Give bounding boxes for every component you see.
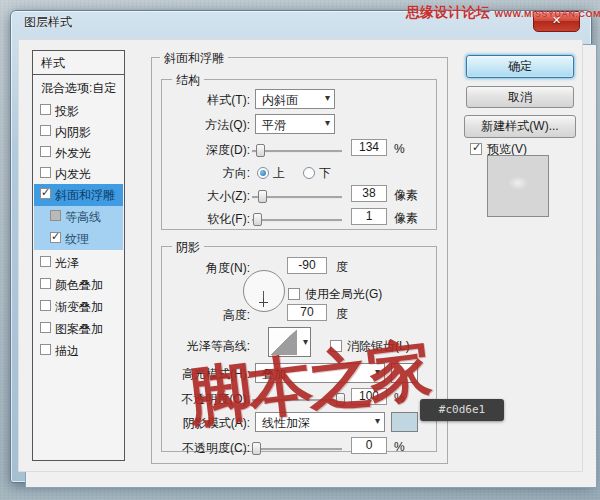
size-input[interactable]: 38 [351, 185, 387, 202]
sidebar-item-gradient-overlay[interactable]: 渐变叠加 [34, 296, 123, 317]
preview-checkbox[interactable] [470, 143, 482, 155]
highlight-mode-dropdown[interactable]: 叠加 [255, 363, 385, 383]
anti-aliased-label: 消除锯齿(L) [347, 338, 410, 354]
contour-checkbox[interactable] [50, 210, 61, 221]
stroke-checkbox[interactable] [40, 344, 51, 355]
direction-up-label: 上 [273, 165, 285, 181]
shadow-opacity-slider-thumb[interactable] [252, 442, 261, 455]
styles-header-label: 样式 [41, 55, 65, 71]
highlight-opacity-unit: % [394, 390, 405, 406]
size-slider-thumb[interactable] [258, 190, 267, 203]
shadow-mode-label: 阴影模式(A): [150, 415, 250, 431]
soften-label: 软化(F): [150, 211, 250, 227]
shadow-opacity-input[interactable]: 0 [351, 437, 387, 454]
highlight-opacity-label: 不透明度(O): [150, 391, 250, 407]
sidebar-item-inner-glow[interactable]: 内发光 [34, 163, 123, 184]
shadow-color-swatch[interactable] [391, 412, 418, 432]
depth-slider-track[interactable] [252, 150, 342, 153]
shadow-opacity-label: 不透明度(C): [150, 440, 250, 456]
technique-label: 方法(Q): [150, 117, 250, 133]
bevel-emboss-checkbox[interactable] [40, 188, 51, 199]
depth-label: 深度(D): [150, 142, 250, 158]
anti-aliased-checkbox[interactable] [330, 340, 342, 352]
structure-group-label: 结构 [172, 72, 204, 89]
highlight-opacity-slider-track[interactable] [252, 399, 342, 402]
sidebar-item-drop-shadow[interactable]: 投影 [34, 100, 123, 121]
technique-dropdown[interactable]: 平滑 [255, 114, 335, 134]
inner-glow-checkbox[interactable] [40, 167, 51, 178]
panel-title: 斜面和浮雕 [160, 50, 228, 67]
inner-shadow-checkbox[interactable] [40, 125, 51, 136]
sidebar-item-inner-shadow[interactable]: 内阴影 [34, 121, 123, 142]
altitude-input[interactable]: 70 [287, 304, 327, 321]
chevron-down-icon: ▾ [303, 336, 308, 347]
sidebar-item-texture[interactable]: 纹理 [34, 228, 123, 250]
gloss-contour-picker[interactable]: ▾ [268, 327, 311, 357]
sidebar-item-outer-glow[interactable]: 外发光 [34, 142, 123, 163]
altitude-unit: 度 [336, 306, 348, 322]
preview-thumbnail [487, 155, 549, 217]
shadow-mode-dropdown[interactable]: 线性加深 [255, 412, 385, 432]
depth-input[interactable]: 134 [351, 139, 387, 156]
soften-slider-track[interactable] [252, 219, 342, 222]
shadow-opacity-slider-track[interactable] [252, 448, 342, 451]
sidebar-item-satin[interactable]: 光泽 [34, 252, 123, 273]
sidebar-item-bevel-emboss[interactable]: 斜面和浮雕 [34, 184, 123, 206]
texture-checkbox[interactable] [50, 232, 61, 243]
contour-thumbnail-icon [270, 329, 297, 355]
angle-label: 角度(N): [150, 260, 250, 276]
size-label: 大小(Z): [150, 188, 250, 204]
angle-unit: 度 [336, 259, 348, 275]
angle-pointer-crosshair-icon [258, 297, 269, 308]
highlight-mode-label: 高光模式(H): [150, 366, 250, 382]
shading-group-label: 阴影 [172, 239, 204, 256]
pattern-overlay-checkbox[interactable] [40, 322, 51, 333]
highlight-opacity-slider-thumb[interactable] [336, 393, 345, 406]
soften-slider-thumb[interactable] [253, 213, 262, 226]
altitude-label: 高度: [150, 307, 250, 323]
color-tooltip: #c0d6e1 [420, 399, 504, 421]
depth-slider-thumb[interactable] [256, 144, 265, 157]
direction-up-radio[interactable] [257, 167, 269, 179]
highlight-color-swatch[interactable] [391, 363, 418, 383]
style-dropdown[interactable]: 内斜面 [255, 89, 335, 109]
soften-unit: 像素 [394, 210, 418, 226]
direction-down-label: 下 [319, 165, 331, 181]
soften-input[interactable]: 1 [351, 208, 387, 225]
gradient-overlay-checkbox[interactable] [40, 300, 51, 311]
direction-label: 方向: [150, 165, 250, 181]
sidebar-item-blending-options[interactable]: 混合选项:自定 [34, 77, 123, 98]
shadow-opacity-unit: % [394, 439, 405, 455]
use-global-light-label: 使用全局光(G) [305, 286, 382, 302]
new-style-button[interactable]: 新建样式(W)... [464, 115, 576, 138]
size-unit: 像素 [394, 187, 418, 203]
gloss-contour-label: 光泽等高线: [150, 338, 250, 354]
depth-unit: % [394, 141, 405, 157]
style-label: 样式(T): [150, 92, 250, 108]
cancel-button[interactable]: 取消 [466, 86, 574, 108]
highlight-opacity-input[interactable]: 100 [351, 388, 387, 405]
angle-dial[interactable] [243, 270, 285, 312]
styles-header-box: 样式 [32, 50, 125, 75]
styles-list: 混合选项:自定 投影 内阴影 外发光 内发光 斜面和浮雕 等高线 纹理 [32, 74, 125, 461]
screen: 图层样式 ✕ 样式 混合选项:自定 投影 内阴影 外发光 内发光 斜面和浮雕 [0, 0, 600, 500]
sidebar-item-stroke[interactable]: 描边 [34, 340, 123, 361]
close-button[interactable]: ✕ [533, 11, 580, 32]
use-global-light-checkbox[interactable] [288, 288, 300, 300]
direction-down-radio[interactable] [303, 167, 315, 179]
satin-checkbox[interactable] [40, 256, 51, 267]
sidebar-item-pattern-overlay[interactable]: 图案叠加 [34, 318, 123, 339]
drop-shadow-checkbox[interactable] [40, 104, 51, 115]
sidebar-item-color-overlay[interactable]: 颜色叠加 [34, 274, 123, 295]
outer-glow-checkbox[interactable] [40, 146, 51, 157]
window-title: 图层样式 [24, 14, 72, 31]
ok-button[interactable]: 确定 [466, 55, 574, 78]
sidebar-item-contour[interactable]: 等高线 [34, 206, 123, 228]
angle-input[interactable]: -90 [287, 257, 327, 274]
close-icon: ✕ [534, 14, 579, 27]
color-overlay-checkbox[interactable] [40, 278, 51, 289]
